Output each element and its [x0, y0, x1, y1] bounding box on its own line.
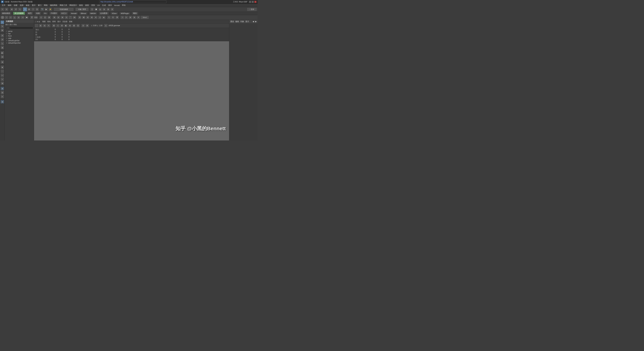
vtb-grid2[interactable]: ⊟ — [0, 91, 4, 94]
tb-camera[interactable]: 📷 — [40, 7, 44, 11]
tab-xgen[interactable]: XGen — [110, 12, 118, 15]
tb2-poke[interactable]: ✦ — [94, 15, 98, 19]
tb2-remesh[interactable]: ⋈ — [72, 15, 76, 19]
menu-cache[interactable]: 缓存 — [107, 4, 113, 7]
tab-fx-cache[interactable]: FX缓存 — [49, 12, 58, 15]
menu-arnold[interactable]: Arnold — [113, 4, 120, 7]
vtb-layers[interactable]: ≡ — [0, 95, 4, 98]
vtb-edge[interactable]: — — [0, 73, 4, 77]
vtb-sculpt[interactable]: ⚒ — [0, 28, 4, 32]
rp-expand[interactable]: ◀ — [252, 20, 254, 23]
tb-login[interactable]: ↑ 登录 — [247, 7, 257, 11]
menu-surfaces[interactable]: 曲面 — [84, 4, 90, 7]
vtb-paint[interactable]: ✎ — [0, 24, 4, 28]
menu-display[interactable]: 显示 — [31, 4, 36, 7]
menu-deform[interactable]: 变形 — [90, 4, 96, 7]
tb2-fill[interactable]: ⊠ — [82, 15, 86, 19]
menu-edit[interactable]: 编辑 — [7, 4, 12, 7]
tb-sym1[interactable]: ⬡ — [90, 7, 94, 11]
tab-bifrost[interactable]: Bifrost — [79, 12, 88, 15]
viewport-3d[interactable]: x z y persp — [34, 41, 229, 140]
tab-curves[interactable]: 曲线/曲面 — [1, 12, 12, 15]
menu-window[interactable]: 窗口 — [37, 4, 42, 7]
menu-mesh-tools[interactable]: 网格工具 — [59, 4, 68, 7]
tb-snap-point[interactable]: ⊡ — [35, 7, 39, 11]
rp-tab-channel[interactable]: 通道 — [230, 20, 234, 23]
vpt-light1[interactable]: ◐ — [64, 24, 68, 27]
vpt-isolate[interactable]: ⊙ — [81, 24, 85, 27]
tb-snap-grid[interactable]: ⊞ — [27, 7, 31, 11]
tb-sym2[interactable]: ⬢ — [94, 7, 98, 11]
menu-generate[interactable]: 生成 — [101, 4, 107, 7]
vpt-wireframe[interactable]: ⊞ — [52, 24, 56, 27]
vp-menu-renderer[interactable]: 渲染器 — [62, 20, 68, 23]
vpt-cam1[interactable]: 🎥 — [35, 24, 38, 27]
tb-select[interactable]: ↖ — [1, 7, 4, 11]
vp-menu-light[interactable]: 照明 — [52, 20, 56, 23]
tb2-extrude[interactable]: ⊏ — [43, 15, 47, 19]
tab-sculpt[interactable]: 雕刻 — [132, 12, 138, 15]
tb-ipr[interactable]: ⚡ — [48, 7, 52, 11]
tb-transform[interactable]: ⊕ — [10, 7, 14, 11]
vtb-transform-all[interactable]: ⊞ — [0, 46, 4, 49]
vtb-rotate[interactable]: ↺ — [0, 38, 4, 41]
menu-mesh[interactable]: 网格 — [43, 4, 49, 7]
tb2-mirror[interactable]: ⊣ — [120, 15, 124, 19]
vpt-grid[interactable]: ⊞ — [72, 24, 76, 27]
menu-uv[interactable]: UV — [96, 4, 101, 7]
tb2-conform[interactable]: ⊙ — [64, 15, 68, 19]
vp-menu-shade[interactable]: 着色 — [46, 20, 51, 23]
tab-poly[interactable]: 多边形建模 — [13, 12, 25, 15]
search-input[interactable] — [5, 27, 33, 29]
tb2-text[interactable]: T — [30, 15, 34, 19]
tree-item-objectset[interactable]: ⊙ defaultObjectSet — [5, 42, 34, 44]
outliner-menu-help[interactable]: 帮助 — [14, 23, 17, 26]
vpt-solid[interactable]: ▪ — [56, 24, 60, 27]
vtb-vertex[interactable]: · — [0, 69, 4, 73]
tb2-sculpt[interactable]: ⚒ — [115, 15, 119, 19]
tb-snap-curve[interactable]: ⌇ — [31, 7, 35, 11]
tb2-paint[interactable]: ✏ — [111, 15, 115, 19]
tb2-flip[interactable]: ⊢ — [124, 15, 128, 19]
tb2-target-weld[interactable]: ⊗ — [132, 15, 136, 19]
tb2-delete-edge[interactable]: ✕ — [136, 15, 140, 19]
tab-msplugin[interactable]: MSPlugin — [120, 12, 130, 15]
vtb-show-manip[interactable]: ⊕ — [0, 60, 4, 64]
tb2-smooth[interactable]: ⌒ — [68, 15, 72, 19]
tree-item-top[interactable]: 🎥 top — [5, 32, 34, 35]
vpt-light2[interactable]: ● — [68, 24, 72, 27]
tb2-torus[interactable]: ◎ — [17, 15, 20, 19]
vtb-soft-select[interactable]: ◐ — [0, 51, 4, 55]
tb2-multi[interactable]: ⊛ — [90, 15, 94, 19]
tab-custom[interactable]: 自定义 — [60, 12, 68, 15]
maximize-button[interactable]: □ — [252, 1, 254, 3]
tab-motion[interactable]: 运动图形 — [98, 12, 109, 15]
tb-render[interactable]: ▶ — [44, 7, 48, 11]
tab-arnold[interactable]: Arnold — [70, 12, 78, 15]
tb2-struct[interactable]: Struct — [140, 15, 149, 19]
vtb-scale[interactable]: ⤡ — [0, 42, 4, 45]
tb2-separate[interactable]: ⊖ — [56, 15, 60, 19]
tb-select-mode[interactable]: 对象: 禁用 — [75, 7, 89, 11]
tb2-disc[interactable]: ⬬ — [25, 15, 28, 19]
tree-item-front[interactable]: 🎥 front — [5, 35, 34, 37]
tb2-insert[interactable]: ⊜ — [86, 15, 90, 19]
menu-mesh-display[interactable]: 网格显示 — [68, 4, 78, 7]
vpt-hud[interactable]: ⊡ — [76, 24, 80, 27]
vpt-xray[interactable]: ⊛ — [85, 24, 89, 27]
tb2-bool[interactable]: ⊗ — [60, 15, 64, 19]
tb2-cylinder[interactable]: ⬭ — [9, 15, 12, 19]
vp-menu-panel[interactable]: 面板 — [68, 20, 73, 23]
tb2-svg[interactable]: SVG — [34, 15, 38, 19]
tb-sym5[interactable]: ⊕ — [106, 7, 110, 11]
menu-file[interactable]: 文件 — [1, 4, 6, 7]
outliner-menu-display[interactable]: 展示 — [5, 23, 9, 26]
vtb-select[interactable]: ↖ — [0, 20, 4, 24]
tb2-quad[interactable]: ⊟ — [78, 15, 82, 19]
tb2-cube[interactable]: □ — [5, 15, 8, 19]
tb2-plane[interactable]: ▭ — [21, 15, 24, 19]
rp-tab-object[interactable]: 对象 — [240, 20, 244, 23]
close-button[interactable]: × — [254, 1, 256, 3]
menu-edit-mesh[interactable]: 编辑网格 — [49, 4, 58, 7]
vpt-cam2[interactable]: ⊞ — [39, 24, 42, 27]
